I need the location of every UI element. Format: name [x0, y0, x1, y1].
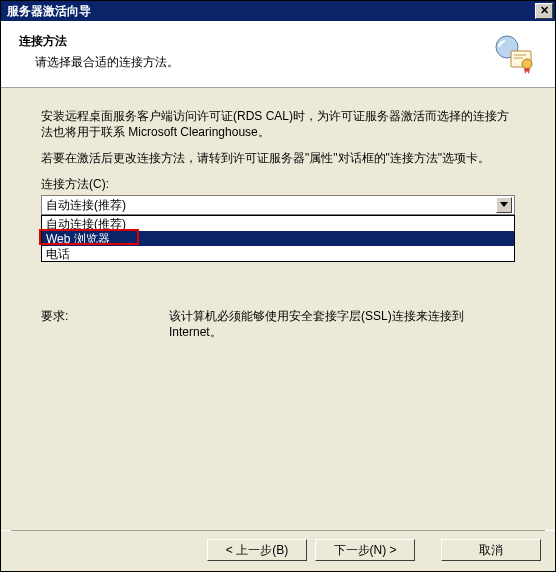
next-button[interactable]: 下一步(N) >: [315, 539, 415, 561]
paragraph-1: 安装远程桌面服务客户端访问许可证(RDS CAL)时，为许可证服务器激活而选择的…: [41, 108, 515, 140]
button-gap: [423, 539, 433, 561]
combo-label: 连接方法(C):: [41, 176, 515, 193]
certificate-icon: [493, 33, 537, 77]
option-auto[interactable]: 自动连接(推荐): [42, 216, 514, 231]
wizard-window: 服务器激活向导 ✕ 连接方法 请选择最合适的连接方法。 安装远程桌面服务客户端访…: [0, 0, 556, 572]
requirements-row: 要求: 该计算机必须能够使用安全套接字层(SSL)连接来连接到 Internet…: [41, 308, 515, 340]
close-icon[interactable]: ✕: [535, 3, 553, 19]
cancel-button[interactable]: 取消: [441, 539, 541, 561]
option-web[interactable]: Web 浏览器: [42, 231, 514, 246]
combo-dropdown: 自动连接(推荐) Web 浏览器 电话: [41, 215, 515, 262]
back-button[interactable]: < 上一步(B): [207, 539, 307, 561]
option-phone[interactable]: 电话: [42, 246, 514, 261]
svg-point-2: [522, 59, 532, 69]
requirements-text: 该计算机必须能够使用安全套接字层(SSL)连接来连接到 Internet。: [169, 308, 515, 340]
titlebar: 服务器激活向导 ✕: [1, 1, 555, 21]
paragraph-2: 若要在激活后更改连接方法，请转到许可证服务器"属性"对话框的"连接方法"选项卡。: [41, 150, 515, 166]
header-text: 连接方法 请选择最合适的连接方法。: [19, 33, 493, 77]
body-panel: 安装远程桌面服务客户端访问许可证(RDS CAL)时，为许可证服务器激活而选择的…: [1, 88, 555, 530]
combo-box[interactable]: 自动连接(推荐): [41, 195, 515, 215]
header-heading: 连接方法: [19, 33, 493, 50]
chevron-down-icon[interactable]: [496, 197, 512, 213]
button-bar: < 上一步(B) 下一步(N) > 取消: [1, 531, 555, 571]
header-panel: 连接方法 请选择最合适的连接方法。: [1, 21, 555, 88]
header-sub: 请选择最合适的连接方法。: [19, 54, 493, 71]
requirements-label: 要求:: [41, 308, 169, 340]
combo-value: 自动连接(推荐): [44, 197, 496, 214]
connection-method-combo[interactable]: 自动连接(推荐) 自动连接(推荐) Web 浏览器 电话: [41, 195, 515, 262]
window-title: 服务器激活向导: [7, 3, 535, 20]
